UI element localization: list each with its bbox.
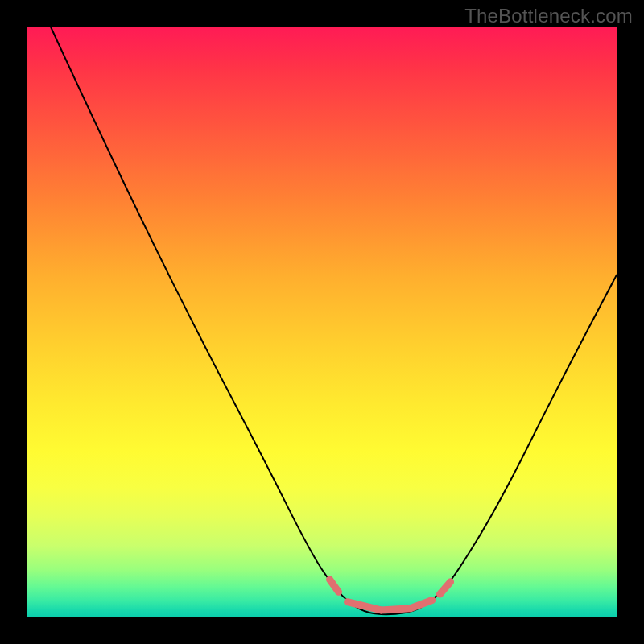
svg-line-0 <box>330 580 339 592</box>
plot-area <box>27 27 617 617</box>
watermark-text: TheBottleneck.com <box>464 5 633 27</box>
optimal-range-markers <box>27 27 617 617</box>
svg-line-3 <box>411 601 432 609</box>
chart-frame: TheBottleneck.com <box>0 0 644 644</box>
bottleneck-curve <box>27 27 617 617</box>
svg-line-2 <box>381 609 411 610</box>
svg-line-1 <box>347 602 381 610</box>
svg-line-4 <box>440 582 450 594</box>
